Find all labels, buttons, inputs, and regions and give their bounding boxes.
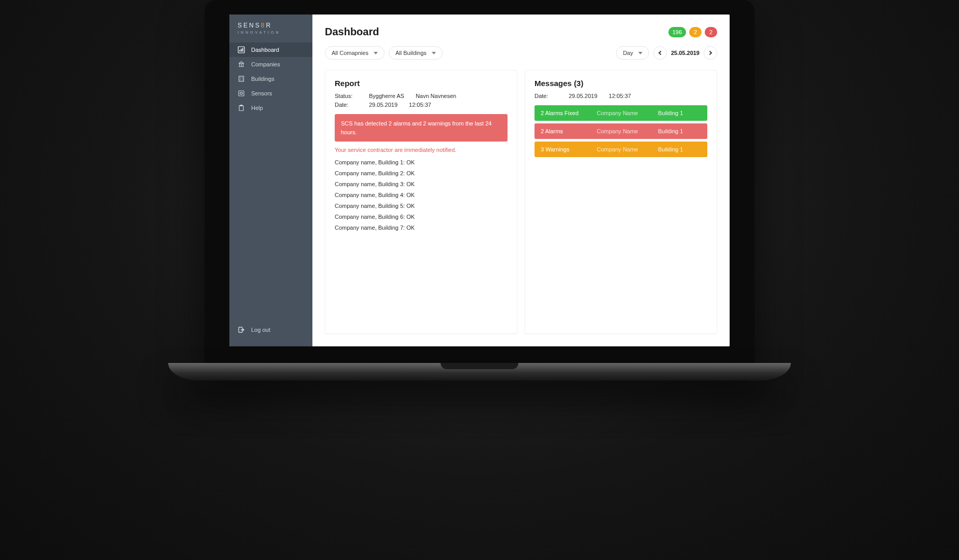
buildings-dropdown-label: All Buildings bbox=[395, 50, 427, 56]
sidebar-item-companies[interactable]: Companies bbox=[229, 57, 312, 72]
status-person: Navn Navnesen bbox=[416, 93, 456, 99]
message-status: 3 Warnings bbox=[541, 146, 585, 152]
svg-rect-1 bbox=[240, 50, 241, 52]
messages-date: 29.05.2019 bbox=[569, 93, 597, 99]
page-title: Dashboard bbox=[325, 26, 379, 38]
ok-list-item: Company name, Building 6: OK bbox=[335, 214, 508, 220]
ok-list: Company name, Building 1: OKCompany name… bbox=[335, 159, 508, 231]
svg-rect-4 bbox=[239, 76, 244, 81]
brand-logo: SENS8R bbox=[238, 22, 304, 29]
brand: SENS8R INNOVATION bbox=[229, 15, 312, 39]
range-dropdown[interactable]: Day bbox=[616, 46, 649, 60]
report-meta: Status: Byggherre AS Navn Navnesen Date:… bbox=[335, 93, 508, 108]
clipboard-icon bbox=[238, 104, 245, 111]
app-viewport: SENS8R INNOVATION Dashboard bbox=[229, 15, 730, 346]
chevron-down-icon bbox=[374, 52, 378, 54]
sidebar-item-label: Dashboard bbox=[251, 47, 279, 53]
messages-list: 2 Alarms FixedCompany NameBuilding 12 Al… bbox=[535, 105, 707, 157]
logout-button[interactable]: Log out bbox=[229, 323, 312, 337]
ok-list-item: Company name, Building 7: OK bbox=[335, 225, 508, 231]
prev-date-button[interactable] bbox=[653, 46, 667, 60]
companies-dropdown-label: All Comapnies bbox=[332, 50, 368, 56]
ok-list-item: Company name, Building 2: OK bbox=[335, 170, 508, 176]
message-company: Company Name bbox=[597, 128, 647, 134]
messages-meta: Date: 29.05.2019 12:05:37 bbox=[535, 93, 707, 99]
report-time: 12:05:37 bbox=[409, 102, 431, 108]
report-panel: Report Status: Byggherre AS Navn Navnese… bbox=[325, 70, 517, 334]
brand-prefix: SENS bbox=[238, 22, 261, 29]
messages-title: Messages (3) bbox=[535, 79, 707, 88]
sidebar-item-dashboard[interactable]: Dashboard bbox=[229, 43, 312, 57]
left-filters: All Comapnies All Buildings bbox=[325, 46, 443, 60]
sidebar-item-label: Sensors bbox=[251, 90, 272, 96]
report-date-row: Date: 29.05.2019 12:05:37 bbox=[335, 102, 508, 108]
logout-label: Log out bbox=[251, 327, 270, 333]
sidebar-item-label: Buildings bbox=[251, 76, 275, 82]
date-label: Date: bbox=[335, 102, 358, 108]
filter-row: All Comapnies All Buildings Day bbox=[325, 46, 717, 60]
svg-point-6 bbox=[240, 92, 242, 94]
message-building: Building 1 bbox=[658, 146, 683, 152]
chevron-down-icon bbox=[638, 52, 642, 54]
chevron-left-icon bbox=[659, 51, 663, 55]
ok-list-item: Company name, Building 1: OK bbox=[335, 159, 508, 165]
date-navigator: Day 25.05.2019 bbox=[616, 46, 717, 60]
ok-list-item: Company name, Building 5: OK bbox=[335, 203, 508, 209]
message-row[interactable]: 3 WarningsCompany NameBuilding 1 bbox=[535, 142, 707, 157]
badge-warning[interactable]: 2 bbox=[689, 27, 702, 37]
chevron-right-icon bbox=[708, 51, 712, 55]
main: Dashboard 196 2 2 All Comapnies bbox=[312, 15, 730, 346]
building-icon bbox=[238, 75, 245, 82]
laptop-base bbox=[168, 363, 791, 381]
title-row: Dashboard 196 2 2 bbox=[325, 26, 717, 38]
sidebar-item-label: Help bbox=[251, 105, 263, 111]
ok-list-item: Company name, Building 3: OK bbox=[335, 181, 508, 187]
brand-suffix: R bbox=[266, 22, 272, 29]
screen-bezel: SENS8R INNOVATION Dashboard bbox=[204, 0, 755, 363]
date-label: Date: bbox=[535, 93, 557, 99]
svg-rect-5 bbox=[239, 91, 244, 96]
sidebar-item-buildings[interactable]: Buildings bbox=[229, 72, 312, 86]
svg-rect-2 bbox=[241, 49, 242, 52]
badge-alarm[interactable]: 2 bbox=[705, 27, 717, 37]
chevron-down-icon bbox=[432, 52, 436, 54]
laptop-mock: SENS8R INNOVATION Dashboard bbox=[204, 0, 755, 381]
status-company: Byggherre AS bbox=[369, 93, 404, 99]
next-date-button[interactable] bbox=[704, 46, 717, 60]
ok-list-item: Company name, Building 4: OK bbox=[335, 192, 508, 198]
range-dropdown-label: Day bbox=[623, 50, 633, 56]
status-label: Status: bbox=[335, 93, 358, 99]
alert-banner: SCS has detected 2 alarms and 2 warnings… bbox=[335, 114, 508, 142]
message-building: Building 1 bbox=[658, 110, 683, 116]
brand-accent: 8 bbox=[261, 22, 266, 29]
sidebar-item-help[interactable]: Help bbox=[229, 101, 312, 115]
current-date: 25.05.2019 bbox=[671, 50, 700, 56]
svg-rect-3 bbox=[242, 48, 243, 52]
brand-tagline: INNOVATION bbox=[238, 31, 304, 34]
report-date: 29.05.2019 bbox=[369, 102, 398, 108]
message-status: 2 Alarms bbox=[541, 128, 585, 134]
service-note: Your service contractor are immediately … bbox=[335, 147, 508, 153]
report-title: Report bbox=[335, 79, 508, 88]
report-status-row: Status: Byggherre AS Navn Navnesen bbox=[335, 93, 508, 99]
dashboard-icon bbox=[238, 46, 245, 53]
sidebar-item-sensors[interactable]: Sensors bbox=[229, 86, 312, 101]
buildings-dropdown[interactable]: All Buildings bbox=[389, 46, 443, 60]
bank-icon bbox=[238, 61, 245, 68]
badge-ok[interactable]: 196 bbox=[668, 27, 686, 37]
logout-icon bbox=[238, 326, 245, 333]
messages-panel: Messages (3) Date: 29.05.2019 12:05:37 2… bbox=[525, 70, 717, 334]
sidebar-item-label: Companies bbox=[251, 61, 280, 67]
message-row[interactable]: 2 Alarms FixedCompany NameBuilding 1 bbox=[535, 105, 707, 121]
message-row[interactable]: 2 AlarmsCompany NameBuilding 1 bbox=[535, 123, 707, 139]
sidebar-bottom: Log out bbox=[229, 323, 312, 346]
content: Report Status: Byggherre AS Navn Navnese… bbox=[312, 60, 730, 346]
companies-dropdown[interactable]: All Comapnies bbox=[325, 46, 385, 60]
sensor-icon bbox=[238, 90, 245, 97]
sidebar-nav: Dashboard Companies Buildings bbox=[229, 43, 312, 115]
messages-time: 12:05:37 bbox=[609, 93, 631, 99]
topbar: Dashboard 196 2 2 All Comapnies bbox=[312, 15, 730, 60]
messages-date-row: Date: 29.05.2019 12:05:37 bbox=[535, 93, 707, 99]
message-company: Company Name bbox=[597, 110, 647, 116]
sidebar: SENS8R INNOVATION Dashboard bbox=[229, 15, 312, 346]
